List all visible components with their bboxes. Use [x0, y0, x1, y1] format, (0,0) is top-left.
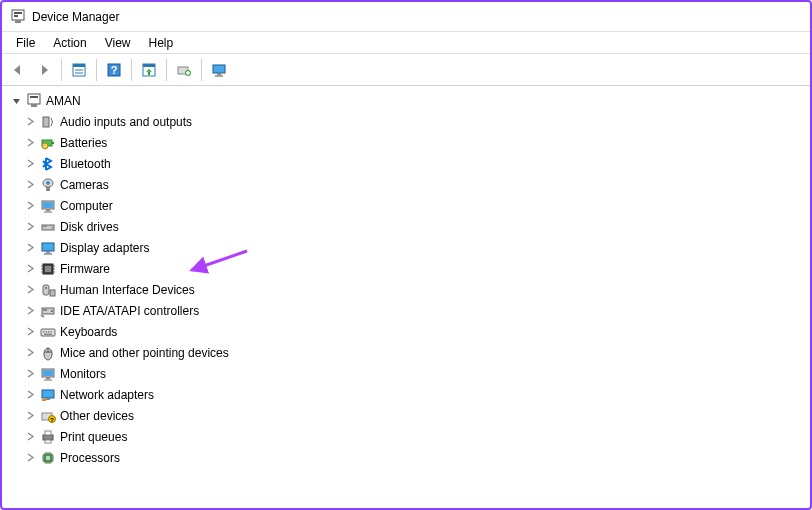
monitor-icon: [40, 366, 56, 382]
svg-point-50: [45, 287, 47, 289]
menu-help[interactable]: Help: [141, 34, 182, 52]
ide-icon: [40, 303, 56, 319]
svg-rect-38: [46, 251, 50, 253]
chevron-right-icon[interactable]: [24, 452, 36, 464]
chevron-right-icon[interactable]: [24, 263, 36, 275]
svg-rect-49: [50, 290, 55, 296]
tree-item-audio[interactable]: Audio inputs and outputs: [24, 111, 810, 132]
chevron-right-icon[interactable]: [24, 284, 36, 296]
chevron-right-icon[interactable]: [24, 116, 36, 128]
add-legacy-button[interactable]: [172, 58, 196, 82]
svg-rect-65: [46, 377, 50, 379]
tree-item-label: Firmware: [60, 262, 110, 276]
tree-item-firmware[interactable]: Firmware: [24, 258, 810, 279]
svg-rect-76: [46, 456, 50, 460]
svg-rect-17: [213, 65, 225, 73]
tree-item-print[interactable]: Print queues: [24, 426, 810, 447]
svg-rect-1: [14, 12, 22, 14]
chevron-right-icon[interactable]: [24, 389, 36, 401]
tree-item-other[interactable]: ?Other devices: [24, 405, 810, 426]
svg-rect-73: [45, 431, 51, 435]
tree-item-computer[interactable]: Computer: [24, 195, 810, 216]
toolbar-separator: [201, 59, 202, 81]
svg-text:?: ?: [111, 64, 118, 76]
svg-rect-74: [45, 440, 51, 443]
chevron-right-icon[interactable]: [24, 242, 36, 254]
toolbar: ?: [2, 54, 810, 86]
chevron-right-icon[interactable]: [24, 137, 36, 149]
chevron-right-icon[interactable]: [24, 305, 36, 317]
chevron-right-icon[interactable]: [24, 431, 36, 443]
chevron-down-icon[interactable]: [10, 95, 22, 107]
chevron-right-icon[interactable]: [24, 221, 36, 233]
tree-item-label: Mice and other pointing devices: [60, 346, 229, 360]
menu-file[interactable]: File: [8, 34, 43, 52]
svg-rect-37: [42, 243, 54, 251]
svg-text:?: ?: [50, 416, 54, 422]
chevron-right-icon[interactable]: [24, 158, 36, 170]
tree-item-mouse[interactable]: Mice and other pointing devices: [24, 342, 810, 363]
tree-item-bluetooth[interactable]: Bluetooth: [24, 153, 810, 174]
other-icon: ?: [40, 408, 56, 424]
chevron-right-icon[interactable]: [24, 200, 36, 212]
device-tree: AMAN Audio inputs and outputsBatteriesBl…: [2, 86, 810, 468]
hid-icon: [40, 282, 56, 298]
svg-rect-29: [46, 187, 50, 191]
tree-item-label: Processors: [60, 451, 120, 465]
chevron-right-icon[interactable]: [24, 368, 36, 380]
back-button[interactable]: [6, 58, 30, 82]
svg-rect-55: [43, 331, 45, 333]
keyboard-icon: [40, 324, 56, 340]
chevron-right-icon[interactable]: [24, 326, 36, 338]
battery-icon: [40, 135, 56, 151]
tree-item-label: Keyboards: [60, 325, 117, 339]
disk-icon: [40, 219, 56, 235]
scan-hardware-button[interactable]: [137, 58, 161, 82]
tree-item-label: Cameras: [60, 178, 109, 192]
tree-item-camera[interactable]: Cameras: [24, 174, 810, 195]
app-icon: [10, 9, 26, 25]
tree-item-processor[interactable]: Processors: [24, 447, 810, 468]
forward-button[interactable]: [32, 58, 56, 82]
svg-rect-32: [46, 209, 50, 211]
tree-item-label: Human Interface Devices: [60, 283, 195, 297]
svg-rect-20: [28, 94, 40, 104]
menu-action[interactable]: Action: [45, 34, 94, 52]
chevron-right-icon[interactable]: [24, 410, 36, 422]
tree-item-hid[interactable]: Human Interface Devices: [24, 279, 810, 300]
menu-view[interactable]: View: [97, 34, 139, 52]
svg-rect-52: [43, 309, 47, 311]
svg-rect-57: [48, 331, 50, 333]
titlebar: Device Manager: [2, 2, 810, 32]
tree-item-keyboard[interactable]: Keyboards: [24, 321, 810, 342]
tree-item-ide[interactable]: IDE ATA/ATAPI controllers: [24, 300, 810, 321]
svg-rect-59: [44, 333, 52, 335]
display-icon: [40, 240, 56, 256]
tree-item-label: Computer: [60, 199, 113, 213]
svg-rect-18: [217, 73, 221, 75]
svg-rect-3: [15, 20, 21, 23]
properties-button[interactable]: [67, 58, 91, 82]
tree-item-monitor[interactable]: Monitors: [24, 363, 810, 384]
tree-item-network[interactable]: Network adapters: [24, 384, 810, 405]
svg-rect-5: [73, 64, 85, 67]
chevron-right-icon[interactable]: [24, 347, 36, 359]
audio-icon: [40, 114, 56, 130]
tree-item-label: Batteries: [60, 136, 107, 150]
remote-button[interactable]: [207, 58, 231, 82]
toolbar-separator: [96, 59, 97, 81]
svg-rect-2: [14, 15, 18, 17]
svg-point-53: [51, 310, 53, 312]
svg-rect-31: [43, 202, 53, 208]
tree-root[interactable]: AMAN: [10, 92, 810, 110]
window-title: Device Manager: [32, 10, 119, 24]
network-icon: [40, 387, 56, 403]
chevron-right-icon[interactable]: [24, 179, 36, 191]
tree-item-battery[interactable]: Batteries: [24, 132, 810, 153]
svg-rect-68: [46, 398, 50, 400]
tree-item-disk[interactable]: Disk drives: [24, 216, 810, 237]
svg-point-28: [46, 181, 50, 185]
print-icon: [40, 429, 56, 445]
help-button[interactable]: ?: [102, 58, 126, 82]
tree-item-display[interactable]: Display adapters: [24, 237, 810, 258]
